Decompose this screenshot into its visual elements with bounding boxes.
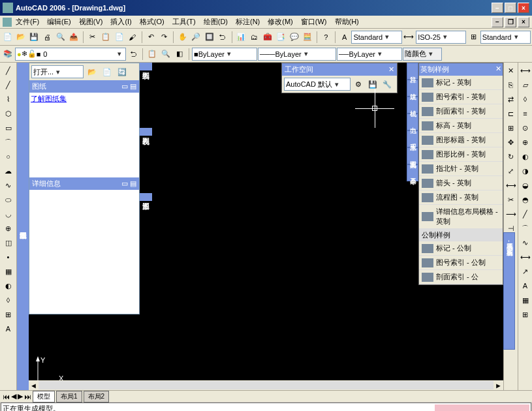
tab-resources[interactable]: 资源图形 xyxy=(140,193,152,201)
hatch2-icon[interactable]: ▦ xyxy=(519,294,532,307)
ssm-tab[interactable]: 图纸集管理器 xyxy=(17,63,29,390)
layer-prev-icon[interactable]: ⮌ xyxy=(127,48,140,61)
textstyle-dropdown[interactable]: Standard▾ xyxy=(351,31,401,44)
tablestyle-dropdown[interactable]: Standard▾ xyxy=(480,31,531,44)
dim-icon[interactable]: ⟷ xyxy=(519,251,532,264)
dimstyle-icon[interactable]: ⟷ xyxy=(403,31,415,44)
preview-icon[interactable]: 🔍 xyxy=(54,31,67,44)
menu-file[interactable]: 文件(F) xyxy=(12,16,43,28)
open-dropdown[interactable]: 打开...▾ xyxy=(31,65,84,78)
cut-icon[interactable]: ✂ xyxy=(86,31,99,44)
arc2-icon[interactable]: ⌒ xyxy=(519,222,532,235)
undo-icon[interactable]: ↶ xyxy=(145,31,157,44)
point-icon[interactable]: • xyxy=(2,251,15,264)
paste-icon[interactable]: 📄 xyxy=(113,31,125,44)
menu-format[interactable]: 格式(O) xyxy=(136,16,168,28)
tp-item[interactable]: 箭头 - 英制 xyxy=(419,176,503,190)
ellipse-arc-icon[interactable]: ◡ xyxy=(2,207,15,221)
tool2-icon[interactable]: ◑ xyxy=(519,164,532,177)
mirror-icon[interactable]: ⇄ xyxy=(505,93,518,106)
minimize-button[interactable]: − xyxy=(492,3,503,13)
scale-icon[interactable]: ⤢ xyxy=(505,164,518,177)
line2-icon[interactable]: ╱ xyxy=(519,207,532,221)
props-icon[interactable]: 📊 xyxy=(235,31,247,44)
spline2-icon[interactable]: ∿ xyxy=(519,236,532,249)
layer-mgr-icon[interactable]: 📚 xyxy=(1,48,14,61)
ssm-btn3[interactable]: 🔄 xyxy=(116,65,129,78)
tp-item[interactable]: 图号索引 - 公制 xyxy=(419,256,503,270)
tp-item[interactable]: 流程图 - 英制 xyxy=(419,190,503,205)
tab-model[interactable]: 模型 xyxy=(33,391,55,403)
new-icon[interactable]: 📄 xyxy=(1,31,14,44)
tab-viewlist[interactable]: 视图列表 xyxy=(140,128,152,136)
learn-link[interactable]: 了解图纸集 xyxy=(31,95,67,102)
pan-icon[interactable]: ✋ xyxy=(176,31,189,44)
gradient-icon[interactable]: ◐ xyxy=(2,279,15,292)
zoom-rt-icon[interactable]: 🔎 xyxy=(190,31,202,44)
tablestyle-icon[interactable]: ⊞ xyxy=(467,31,479,44)
palette-tab-right[interactable]: 工具选项板 - 所有选项板 xyxy=(503,232,515,350)
revcloud-icon[interactable]: ☁ xyxy=(2,164,15,177)
rotate-icon[interactable]: ↻ xyxy=(505,150,518,163)
tp-item[interactable]: 详细信息布局横格 - 英制 xyxy=(419,205,503,229)
tab-nav-first[interactable]: ⏮ xyxy=(3,393,10,401)
text-icon[interactable]: A xyxy=(519,279,532,292)
tp-item[interactable]: 图形比例 - 英制 xyxy=(419,147,503,162)
workspace-tool-icon[interactable]: 🔧 xyxy=(381,78,394,91)
publish-icon[interactable]: 📤 xyxy=(68,31,80,44)
arc-icon[interactable]: ⌒ xyxy=(2,136,15,149)
menu-draw[interactable]: 绘图(D) xyxy=(200,16,232,28)
hatch-icon[interactable]: ▦ xyxy=(2,265,15,278)
match-icon[interactable]: 🖌 xyxy=(126,31,138,44)
menu-dimension[interactable]: 标注(N) xyxy=(232,16,264,28)
panel-ctrl-icon2[interactable]: ▭ ▤ xyxy=(121,179,136,188)
mdi-restore[interactable]: ❐ xyxy=(505,17,516,27)
palette-close-icon[interactable]: ✕ xyxy=(495,65,501,74)
calc-icon[interactable]: 🧮 xyxy=(301,31,313,44)
workspace-settings-icon[interactable]: ⚙ xyxy=(352,78,365,91)
menu-modify[interactable]: 修改(M) xyxy=(264,16,297,28)
line-icon[interactable]: ╱ xyxy=(2,64,15,77)
zoom-win-icon[interactable]: 🔲 xyxy=(203,31,215,44)
vtab-civil[interactable]: 土木工程 xyxy=(407,130,418,147)
textstyle-icon[interactable]: A xyxy=(338,31,351,44)
mdi-minimize[interactable]: − xyxy=(492,17,503,27)
tab-layout1[interactable]: 布局1 xyxy=(56,391,82,403)
offset-icon[interactable]: ⊏ xyxy=(505,107,518,120)
xline-icon[interactable]: ╱ xyxy=(2,78,15,91)
layer-state-icon[interactable]: 📋 xyxy=(146,48,159,61)
vtab-cmd[interactable]: 命令工具 xyxy=(407,164,418,181)
scroll-left-icon[interactable]: ◄ xyxy=(29,382,39,389)
tab-nav-prev[interactable]: ◀ xyxy=(11,392,16,401)
region2-icon[interactable]: ◊ xyxy=(519,93,532,106)
panel-ctrl-icon[interactable]: ▭ ▤ xyxy=(121,82,136,91)
close-button[interactable]: × xyxy=(518,3,529,13)
block-icon[interactable]: ◫ xyxy=(2,236,15,249)
workspace-dropdown[interactable]: AutoCAD 默认▾ xyxy=(284,78,351,91)
tp-icon[interactable]: 🧰 xyxy=(261,31,274,44)
erase-icon[interactable]: ✕ xyxy=(505,64,518,77)
tab-sheetlist[interactable]: 图纸列表 xyxy=(140,63,152,70)
drawing-area[interactable]: 打开...▾ 📂 📄 🔄 图纸▭ ▤ 了解图纸集 详细信息▭ ▤ 图纸列表 视图… xyxy=(29,63,503,390)
move-icon[interactable]: ✥ xyxy=(505,136,518,149)
redo-icon[interactable]: ↷ xyxy=(158,31,170,44)
layer-filter-icon[interactable]: 🔍 xyxy=(159,48,172,61)
dimstyle-dropdown[interactable]: ISO-25▾ xyxy=(416,31,466,44)
vtab-arch[interactable]: 建筑 xyxy=(407,80,418,97)
tp-item[interactable]: 指北针 - 英制 xyxy=(419,162,503,176)
zoom-prev-icon[interactable]: ⮌ xyxy=(216,31,228,44)
table2-icon[interactable]: ⊞ xyxy=(519,308,532,321)
ssm-btn2[interactable]: 📄 xyxy=(101,65,114,78)
dc-icon[interactable]: 🗂 xyxy=(248,31,260,44)
rectangle-icon[interactable]: ▭ xyxy=(2,121,15,134)
mdi-close[interactable]: × xyxy=(518,17,529,27)
insert-icon[interactable]: ⊕ xyxy=(2,222,15,235)
help-icon[interactable]: ? xyxy=(320,31,332,44)
menu-window[interactable]: 窗口(W) xyxy=(297,16,331,28)
leader-icon[interactable]: ↗ xyxy=(519,265,532,278)
pline-icon[interactable]: ⌇ xyxy=(2,93,15,106)
tp-item[interactable]: 剖面索引 - 英制 xyxy=(419,104,503,119)
trim-icon[interactable]: ✂ xyxy=(505,193,518,206)
scroll-right-icon[interactable]: ► xyxy=(493,382,503,389)
markup-icon[interactable]: 💬 xyxy=(288,31,300,44)
